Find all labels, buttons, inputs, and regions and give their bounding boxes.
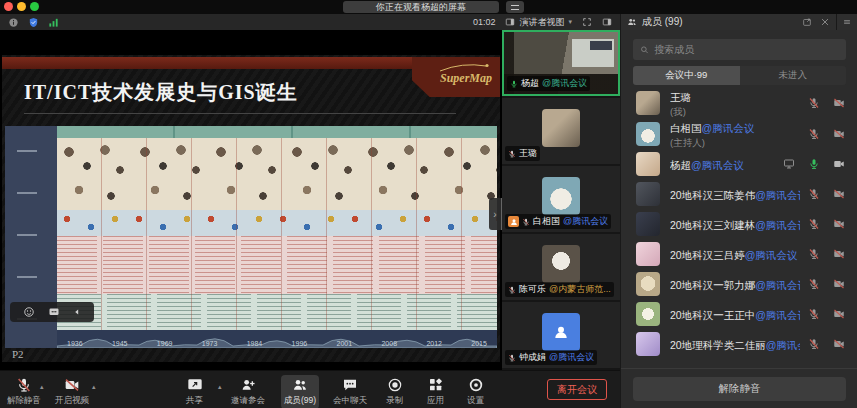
member-row[interactable]: 20地科汉三刘建林@腾讯会议	[621, 209, 857, 239]
poster-era-header-band	[57, 126, 497, 138]
tab-in-meeting[interactable]: 会议中·99	[633, 66, 740, 85]
poster-timeline-axis: 19361945 19691973 19841996 20012008 2012…	[57, 330, 497, 348]
close-panel-icon[interactable]	[820, 17, 830, 27]
participant-suffix: @腾讯会议	[542, 77, 587, 90]
participant-name: 王璐	[519, 147, 537, 160]
participant-name: 钟成娟	[519, 351, 546, 364]
members-panel: 会议中·99 未进入 王璐 (我) 白相国@腾讯会议 (主持人)	[620, 30, 857, 408]
video-tile-zhongchengjuan[interactable]: 钟成娟 @腾讯会议	[502, 302, 620, 368]
view-mode-dropdown[interactable]: 演讲者视图 ▾	[505, 16, 572, 29]
chat-bubble-icon[interactable]	[48, 306, 60, 318]
leave-meeting-button[interactable]: 离开会议	[547, 379, 607, 400]
mic-off-icon	[508, 286, 516, 294]
mic-off-icon[interactable]	[808, 278, 820, 290]
member-suffix: @腾讯会议	[755, 219, 800, 231]
video-tile-baixiangguo[interactable]: 白相国 @腾讯会议	[502, 166, 620, 232]
thumbnails-collapse-handle[interactable]: ›	[489, 198, 502, 230]
participant-name: 陈可乐	[519, 283, 546, 296]
participant-suffix: @内蒙古师范...	[549, 283, 611, 296]
members-icon	[627, 17, 637, 27]
slide-title: IT/ICT技术发展史与GIS诞生	[24, 79, 298, 106]
mic-off-icon[interactable]	[808, 338, 820, 350]
camera-off-icon[interactable]	[833, 128, 845, 140]
search-icon	[640, 45, 649, 55]
camera-off-icon[interactable]	[833, 308, 845, 320]
members-panel-title: 成员 (99)	[642, 15, 683, 29]
camera-off-icon[interactable]	[833, 278, 845, 290]
member-row[interactable]: 20地科汉一王正中@腾讯会议	[621, 299, 857, 329]
camera-off-icon[interactable]	[833, 97, 845, 109]
record-button[interactable]: 录制	[383, 375, 406, 408]
share-options-caret[interactable]: ▴	[218, 383, 222, 391]
member-name: 20地科汉三陈姜伟	[670, 189, 755, 201]
member-row[interactable]: 20地科汉三陈姜伟@腾讯会议	[621, 179, 857, 209]
popout-panel-icon[interactable]	[802, 17, 812, 27]
mic-off-icon[interactable]	[808, 308, 820, 320]
apps-button[interactable]: 应用	[424, 375, 447, 408]
zoom-window-button[interactable]	[30, 2, 39, 11]
fullscreen-icon[interactable]	[582, 17, 592, 27]
member-row[interactable]: 20地理科学类二佳丽@腾讯会议	[621, 329, 857, 359]
watching-screen-banner: 你正在观看杨超的屏幕	[343, 1, 499, 13]
members-panel-header: 成员 (99)	[620, 14, 836, 30]
camera-off-icon[interactable]	[833, 248, 845, 260]
meeting-topbar: 01:02 演讲者视图 ▾	[0, 14, 620, 30]
tab-not-joined[interactable]: 未进入	[740, 66, 847, 85]
avatar	[636, 332, 660, 356]
camera-on-icon[interactable]	[833, 158, 845, 170]
mic-off-icon[interactable]	[808, 97, 820, 109]
camera-off-icon[interactable]	[833, 188, 845, 200]
settings-button[interactable]: 设置	[464, 375, 487, 408]
search-input[interactable]	[654, 44, 839, 55]
unmute-button[interactable]: 解除静音	[4, 375, 44, 408]
chat-icon	[342, 377, 358, 393]
member-row[interactable]: 王璐 (我)	[621, 87, 857, 118]
chat-button[interactable]: 会中聊天	[330, 375, 370, 408]
mic-off-icon[interactable]	[808, 248, 820, 260]
video-options-caret[interactable]: ▴	[92, 383, 96, 391]
unmute-all-button[interactable]: 解除静音	[633, 377, 846, 401]
start-video-button[interactable]: 开启视频	[52, 375, 92, 408]
macos-titlebar: 你正在观看杨超的屏幕	[0, 0, 857, 14]
apps-icon	[428, 377, 444, 393]
member-name: 20地理科学类二佳丽	[670, 339, 766, 351]
member-row[interactable]: 杨超@腾讯会议	[621, 149, 857, 179]
mic-off-icon[interactable]	[808, 188, 820, 200]
video-tile-chenkele[interactable]: 陈可乐 @内蒙古师范...	[502, 234, 620, 300]
video-tile-wanglu[interactable]: 王璐	[502, 98, 620, 164]
mic-off-icon	[16, 377, 32, 393]
camera-off-icon[interactable]	[833, 338, 845, 350]
video-tile-yangchao[interactable]: 杨超 @腾讯会议	[502, 30, 620, 96]
mic-off-icon[interactable]	[808, 128, 820, 140]
meeting-info-icon[interactable]	[8, 17, 19, 28]
member-search-box[interactable]	[633, 39, 846, 60]
mic-on-icon	[510, 80, 518, 88]
avatar	[636, 91, 660, 115]
panel-extra-toggle[interactable]	[836, 14, 857, 30]
member-name: 20地科汉三刘建林	[670, 219, 755, 231]
security-shield-icon[interactable]	[28, 17, 39, 28]
participant-suffix: @腾讯会议	[563, 215, 608, 228]
avatar	[636, 212, 660, 236]
member-row[interactable]: 20地科汉一郭力娜@腾讯会议	[621, 269, 857, 299]
member-name: 20地科汉一王正中	[670, 309, 755, 321]
members-button[interactable]: 成员(99)	[281, 375, 319, 408]
share-screen-button[interactable]: 共享	[183, 375, 206, 408]
banner-menu-icon[interactable]	[506, 1, 524, 13]
member-row[interactable]: 白相国@腾讯会议 (主持人)	[621, 118, 857, 149]
smiley-reaction-icon[interactable]	[23, 306, 35, 318]
mic-off-icon[interactable]	[808, 218, 820, 230]
member-row[interactable]: 20地科汉三吕婷@腾讯会议	[621, 239, 857, 269]
member-suffix: @腾讯会议	[755, 309, 800, 321]
close-window-button[interactable]	[4, 2, 13, 11]
mic-on-icon[interactable]	[808, 158, 820, 170]
invite-button[interactable]: 邀请参会	[228, 375, 268, 408]
camera-off-icon[interactable]	[833, 218, 845, 230]
collapse-left-icon[interactable]	[73, 308, 81, 316]
sidebar-layout-icon[interactable]	[602, 17, 612, 27]
mic-options-caret[interactable]: ▴	[40, 383, 44, 391]
mic-off-icon	[522, 218, 530, 226]
layout-grid-icon	[505, 17, 515, 27]
mic-off-icon	[508, 150, 516, 158]
minimize-window-button[interactable]	[17, 2, 26, 11]
